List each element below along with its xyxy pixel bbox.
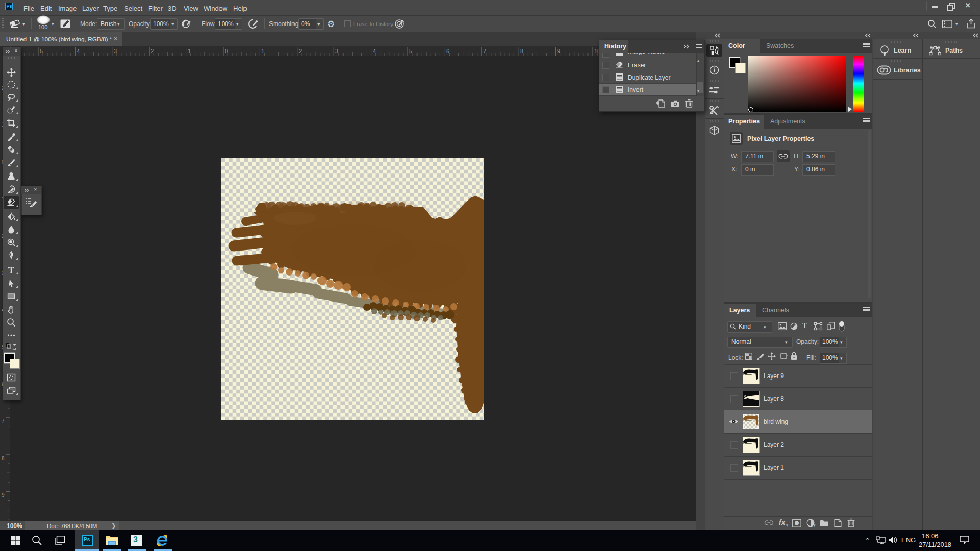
- svg-text:7: 7: [483, 48, 486, 54]
- svg-text:8: 8: [2, 456, 5, 461]
- svg-text:9: 9: [2, 492, 5, 498]
- svg-text:9: 9: [557, 48, 560, 54]
- svg-text:3: 3: [114, 48, 117, 54]
- svg-text:0: 0: [225, 48, 228, 54]
- svg-text:1: 1: [261, 48, 264, 54]
- svg-text:2: 2: [151, 48, 154, 54]
- svg-text:8: 8: [520, 48, 523, 54]
- svg-text:5: 5: [409, 48, 412, 54]
- svg-text:7: 7: [2, 418, 5, 424]
- svg-text:3: 3: [335, 48, 338, 54]
- svg-text:5: 5: [40, 48, 43, 54]
- svg-text:1: 1: [188, 48, 191, 54]
- svg-text:4: 4: [77, 48, 80, 54]
- svg-text:4: 4: [373, 48, 376, 54]
- svg-text:2: 2: [299, 48, 302, 54]
- svg-text:6: 6: [446, 48, 449, 54]
